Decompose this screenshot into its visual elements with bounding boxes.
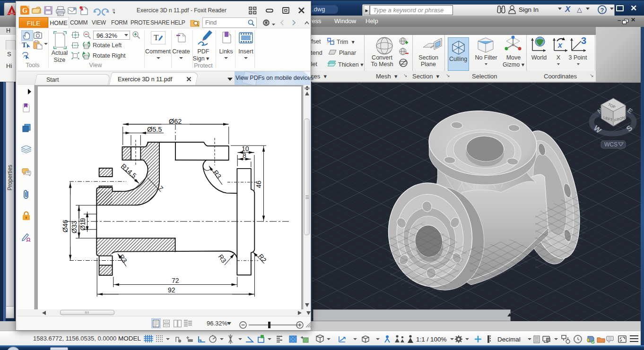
svg-text:1:1 / 100%: 1:1 / 100% (416, 336, 447, 343)
svg-text:R3: R3 (118, 253, 129, 265)
svg-text:8: 8 (243, 152, 246, 159)
svg-text:Ø62: Ø62 (169, 118, 182, 125)
svg-text:R14,5: R14,5 (120, 162, 138, 179)
svg-text:WCS: WCS (604, 141, 618, 148)
svg-text:72: 72 (172, 277, 179, 284)
svg-text:R3: R3 (217, 253, 228, 265)
svg-text:T: T (22, 41, 26, 49)
svg-text:3: 3 (581, 35, 586, 46)
svg-text:Ø33: Ø33 (70, 221, 78, 233)
svg-text:x: x (557, 41, 563, 49)
svg-text:Ø19: Ø19 (79, 218, 87, 230)
svg-text:92: 92 (168, 286, 175, 294)
svg-text:G: G (22, 7, 27, 14)
svg-text:T: T (154, 33, 159, 42)
svg-text:Decimal: Decimal (497, 336, 521, 343)
svg-text:R2: R2 (257, 252, 268, 264)
svg-text:Ø5.5: Ø5.5 (147, 126, 162, 133)
svg-text:R3: R3 (212, 169, 223, 180)
svg-text:46: 46 (255, 180, 262, 188)
svg-text:Ø46: Ø46 (61, 220, 69, 232)
